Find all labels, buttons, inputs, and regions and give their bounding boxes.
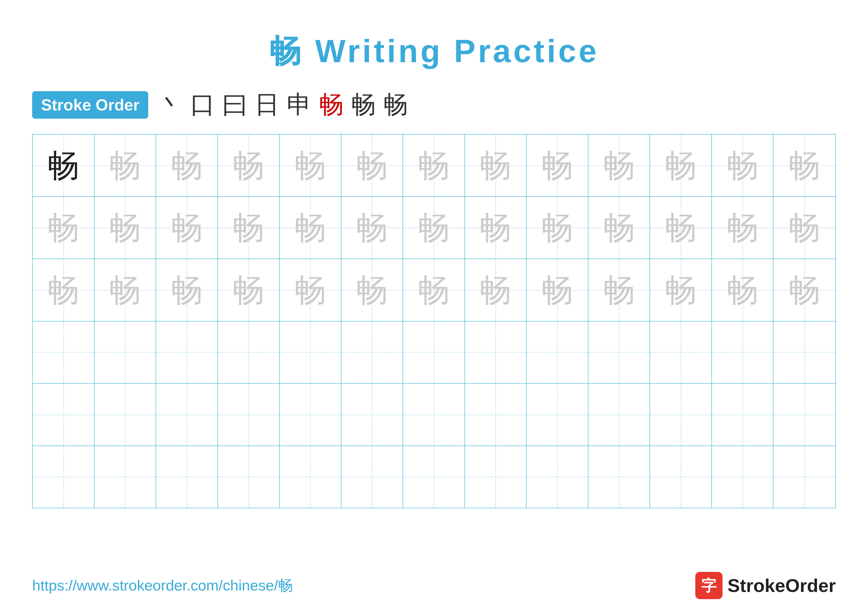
grid-cell[interactable]: 畅 (33, 135, 95, 196)
grid-cell[interactable]: 畅 (465, 197, 527, 259)
grid-cell[interactable] (280, 446, 341, 508)
grid-cell[interactable] (527, 322, 588, 383)
grid-cell[interactable] (156, 322, 218, 383)
grid-cell[interactable] (588, 446, 650, 508)
practice-char: 畅 (171, 149, 203, 182)
page-title: 畅 Writing Practice (0, 0, 868, 88)
stroke-3: 曰 (222, 88, 247, 121)
grid-cell[interactable]: 畅 (650, 259, 712, 321)
grid-cell[interactable] (341, 322, 403, 383)
grid-cell[interactable] (95, 322, 157, 383)
stroke-6: 畅 (319, 88, 344, 121)
grid-cell[interactable] (527, 446, 588, 508)
grid-row-2: 畅 畅 畅 畅 畅 畅 畅 畅 畅 畅 畅 畅 畅 (33, 197, 835, 259)
grid-cell[interactable]: 畅 (773, 259, 835, 321)
practice-char: 畅 (665, 149, 697, 182)
grid-cell[interactable]: 畅 (95, 135, 157, 196)
grid-cell[interactable] (33, 384, 95, 446)
grid-cell[interactable]: 畅 (341, 259, 403, 321)
grid-cell[interactable] (95, 384, 157, 446)
grid-cell[interactable]: 畅 (156, 197, 218, 259)
grid-cell[interactable]: 畅 (341, 197, 403, 259)
grid-cell[interactable] (403, 322, 465, 383)
grid-cell[interactable] (280, 384, 341, 446)
grid-cell[interactable]: 畅 (773, 135, 835, 196)
grid-cell[interactable] (341, 446, 403, 508)
grid-cell[interactable] (588, 384, 650, 446)
grid-cell[interactable] (218, 384, 280, 446)
grid-cell[interactable]: 畅 (773, 197, 835, 259)
practice-char: 畅 (788, 274, 820, 306)
grid-cell[interactable]: 畅 (341, 135, 403, 196)
grid-cell[interactable]: 畅 (465, 135, 527, 196)
grid-cell[interactable]: 畅 (218, 197, 280, 259)
grid-cell[interactable]: 畅 (218, 259, 280, 321)
grid-cell[interactable] (156, 446, 218, 508)
grid-cell[interactable]: 畅 (280, 135, 341, 196)
practice-char: 畅 (788, 149, 820, 182)
practice-char: 畅 (294, 211, 326, 244)
grid-cell[interactable] (527, 384, 588, 446)
grid-cell[interactable] (403, 384, 465, 446)
grid-cell[interactable]: 畅 (403, 259, 465, 321)
grid-cell[interactable] (465, 322, 527, 383)
grid-cell[interactable]: 畅 (588, 197, 650, 259)
grid-cell[interactable] (773, 322, 835, 383)
grid-cell[interactable]: 畅 (33, 197, 95, 259)
grid-cell[interactable]: 畅 (650, 197, 712, 259)
grid-cell[interactable] (95, 446, 157, 508)
grid-cell[interactable] (773, 384, 835, 446)
practice-char: 畅 (232, 149, 265, 182)
grid-cell[interactable]: 畅 (156, 135, 218, 196)
grid-cell[interactable] (341, 384, 403, 446)
grid-cell[interactable]: 畅 (465, 259, 527, 321)
practice-char: 畅 (109, 211, 141, 244)
grid-cell[interactable] (588, 322, 650, 383)
grid-cell[interactable]: 畅 (712, 197, 774, 259)
stroke-order-row: Stroke Order 丶 口 曰 日 申 畅 畅 畅 (0, 88, 868, 121)
grid-cell[interactable] (712, 384, 774, 446)
grid-cell[interactable] (650, 384, 712, 446)
grid-cell[interactable]: 畅 (403, 197, 465, 259)
practice-char: 畅 (541, 211, 573, 244)
grid-cell[interactable] (650, 446, 712, 508)
footer: https://www.strokeorder.com/chinese/畅 字 … (0, 572, 868, 599)
grid-row-3: 畅 畅 畅 畅 畅 畅 畅 畅 畅 畅 畅 畅 畅 (33, 259, 835, 322)
grid-cell[interactable] (712, 322, 774, 383)
grid-cell[interactable]: 畅 (218, 135, 280, 196)
grid-cell[interactable]: 畅 (712, 259, 774, 321)
grid-cell[interactable]: 畅 (527, 135, 588, 196)
grid-cell[interactable]: 畅 (95, 197, 157, 259)
grid-cell[interactable] (465, 446, 527, 508)
stroke-1: 丶 (158, 88, 183, 121)
grid-cell[interactable]: 畅 (527, 259, 588, 321)
practice-char: 畅 (232, 274, 265, 306)
grid-cell[interactable] (773, 446, 835, 508)
grid-cell[interactable] (156, 384, 218, 446)
practice-char: 畅 (479, 274, 512, 306)
grid-cell[interactable] (403, 446, 465, 508)
grid-cell[interactable]: 畅 (403, 135, 465, 196)
grid-cell[interactable]: 畅 (33, 259, 95, 321)
grid-cell[interactable] (465, 384, 527, 446)
grid-cell[interactable] (712, 446, 774, 508)
grid-cell[interactable]: 畅 (588, 135, 650, 196)
footer-url[interactable]: https://www.strokeorder.com/chinese/畅 (32, 576, 293, 596)
grid-cell[interactable] (33, 322, 95, 383)
grid-cell[interactable] (33, 446, 95, 508)
grid-cell[interactable]: 畅 (280, 197, 341, 259)
grid-row-5 (33, 384, 835, 446)
grid-cell[interactable]: 畅 (712, 135, 774, 196)
grid-cell[interactable] (280, 322, 341, 383)
grid-cell[interactable] (218, 322, 280, 383)
grid-cell[interactable]: 畅 (588, 259, 650, 321)
grid-cell[interactable]: 畅 (156, 259, 218, 321)
grid-cell[interactable]: 畅 (95, 259, 157, 321)
grid-cell[interactable] (650, 322, 712, 383)
grid-cell[interactable]: 畅 (280, 259, 341, 321)
grid-cell[interactable]: 畅 (650, 135, 712, 196)
practice-char: 畅 (356, 211, 388, 244)
grid-cell[interactable] (218, 446, 280, 508)
grid-cell[interactable]: 畅 (527, 197, 588, 259)
stroke-5: 申 (287, 88, 312, 121)
